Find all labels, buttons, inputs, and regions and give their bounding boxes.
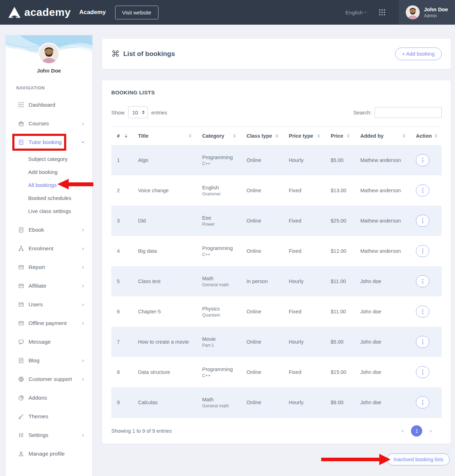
table-row: 6 Chapter-5 Physics Quantam Online Fixed… — [111, 296, 442, 327]
document-icon — [18, 139, 24, 145]
added-by: Mathew anderson — [354, 218, 410, 224]
sidebar-nav: Dashboard Courses › Tutor booking › Subj… — [6, 95, 92, 463]
add-booking-button[interactable]: + Add booking — [395, 48, 442, 60]
sort-icon — [275, 134, 278, 138]
chevron-right-icon: › — [82, 432, 84, 438]
person-icon — [18, 451, 24, 457]
sidebar-item-addons[interactable]: Addons — [6, 388, 92, 407]
entries-select-value: 10 — [132, 109, 142, 115]
sidebar-item-message[interactable]: Message — [6, 332, 92, 351]
archive-icon — [18, 301, 24, 308]
column-header-price-type[interactable]: Price type — [282, 133, 324, 139]
pagination-page-1-button[interactable]: 1 — [411, 425, 422, 437]
sidebar-item-label: Settings — [29, 432, 48, 438]
price: $5.00 — [324, 339, 354, 345]
showing-entries-text: Showing 1 to 9 of 9 entries — [111, 428, 172, 434]
sidebar-item-label: Themes — [29, 413, 48, 420]
submenu-add-booking[interactable]: Add booking — [6, 165, 92, 178]
archive-icon — [18, 283, 24, 289]
language-selector[interactable]: English › — [345, 10, 367, 15]
sidebar-item-themes[interactable]: Themes — [6, 407, 92, 426]
action-cell — [410, 366, 442, 378]
sidebar-item-settings[interactable]: Settings › — [6, 426, 92, 444]
brand-logo[interactable]: academy — [0, 6, 71, 18]
sidebar-item-manage-profile[interactable]: Manage profile — [6, 444, 92, 463]
sidebar-item-label: Blog — [29, 357, 39, 364]
pagination: ‹ 1 › — [402, 425, 442, 437]
sidebar-item-label: Users — [29, 301, 43, 308]
column-header-title[interactable]: Title — [132, 133, 196, 139]
column-header-action[interactable]: Action — [410, 133, 442, 139]
price-type: Hourly — [282, 400, 324, 405]
submenu-all-bookings[interactable]: All bookings — [6, 178, 92, 192]
table-row: 5 Class test Math General math In person… — [111, 266, 442, 296]
sort-icon — [189, 134, 192, 138]
class-type: Online — [240, 188, 282, 193]
sidebar-item-label: Ebook — [29, 227, 44, 233]
submenu-live-class-settings[interactable]: Live class settings — [6, 205, 92, 218]
search-input[interactable] — [375, 107, 442, 118]
booking-category: Math General math — [196, 276, 240, 287]
sidebar-item-blog[interactable]: Blog › — [6, 351, 92, 370]
user-name: John Doe — [424, 6, 448, 12]
action-cell — [410, 396, 442, 408]
pagination-prev-button[interactable]: ‹ — [402, 427, 404, 434]
row-number: 8 — [111, 369, 132, 375]
added-by: Mathew anderson — [354, 157, 410, 163]
entries-select[interactable]: 10 — [128, 106, 148, 118]
chevron-right-icon: › — [82, 301, 84, 308]
sidebar-item-tutor-booking[interactable]: Tutor booking › — [6, 133, 92, 151]
sidebar-item-label: Enrolment — [29, 245, 54, 252]
entries-label: entries — [151, 109, 167, 115]
sidebar-item-dashboard[interactable]: Dashboard — [6, 95, 92, 114]
class-type: Online — [240, 339, 282, 345]
sort-icon — [317, 134, 320, 138]
booking-title: Algo — [132, 157, 196, 163]
row-action-button[interactable] — [416, 215, 429, 227]
row-action-button[interactable] — [416, 154, 429, 166]
row-action-button[interactable] — [416, 366, 429, 378]
price-type: Hourly — [282, 278, 324, 284]
sidebar-item-report[interactable]: Report › — [6, 258, 92, 276]
booking-title: Voice change — [132, 188, 196, 193]
sidebar-item-ebook[interactable]: Ebook › — [6, 220, 92, 239]
action-cell — [410, 245, 442, 257]
paintbrush-icon — [18, 413, 24, 420]
booking-category: Eee Power — [196, 215, 240, 227]
row-action-button[interactable] — [416, 396, 429, 408]
sidebar-item-enrolment[interactable]: Enrolment › — [6, 239, 92, 258]
column-header-class-type[interactable]: Class type — [240, 133, 282, 139]
user-menu[interactable]: John Doe Admin — [399, 0, 455, 25]
table-row: 4 Big data Programming C++ Online Fixed … — [111, 236, 442, 266]
column-header-num[interactable]: # — [111, 133, 132, 139]
column-header-price[interactable]: Price — [324, 133, 354, 139]
column-header-category[interactable]: Category — [196, 133, 240, 139]
apps-grid-icon[interactable] — [379, 9, 386, 16]
sidebar-item-affiliate[interactable]: Affiliate › — [6, 276, 92, 295]
inactived-booking-lists-button[interactable]: Inactived booking lists — [387, 453, 450, 465]
grid-dots-icon — [18, 102, 24, 108]
sidebar-item-offline-payment[interactable]: Offline payment › — [6, 314, 92, 332]
booking-title: Big data — [132, 248, 196, 254]
column-header-added-by[interactable]: Added by — [354, 133, 410, 139]
submenu-booked-schedules[interactable]: Booked schedules — [6, 192, 92, 205]
row-action-button[interactable] — [416, 336, 429, 348]
row-action-button[interactable] — [416, 275, 429, 287]
annotation-arrow-right-shaft — [321, 458, 380, 461]
booking-title: Chapter-5 — [132, 309, 196, 314]
added-by: John doe — [354, 339, 410, 345]
visit-website-button[interactable]: Visit website — [115, 6, 158, 19]
row-number: 9 — [111, 400, 132, 405]
row-action-button[interactable] — [416, 245, 429, 257]
row-action-button[interactable] — [416, 306, 429, 318]
sidebar-item-customer-support[interactable]: Customer support › — [6, 370, 92, 388]
pagination-next-button[interactable]: › — [430, 427, 432, 434]
row-action-button[interactable] — [416, 184, 429, 196]
sidebar-item-users[interactable]: Users › — [6, 295, 92, 314]
sidebar-item-courses[interactable]: Courses › — [6, 114, 92, 133]
sliders-icon — [18, 432, 24, 438]
show-label: Show — [111, 109, 125, 115]
submenu-subject-category[interactable]: Subject category — [6, 152, 92, 165]
table-body: 1 Algo Programming C++ Online Hourly $5.… — [111, 145, 442, 418]
sidebar-item-label: Tutor booking — [29, 139, 62, 145]
